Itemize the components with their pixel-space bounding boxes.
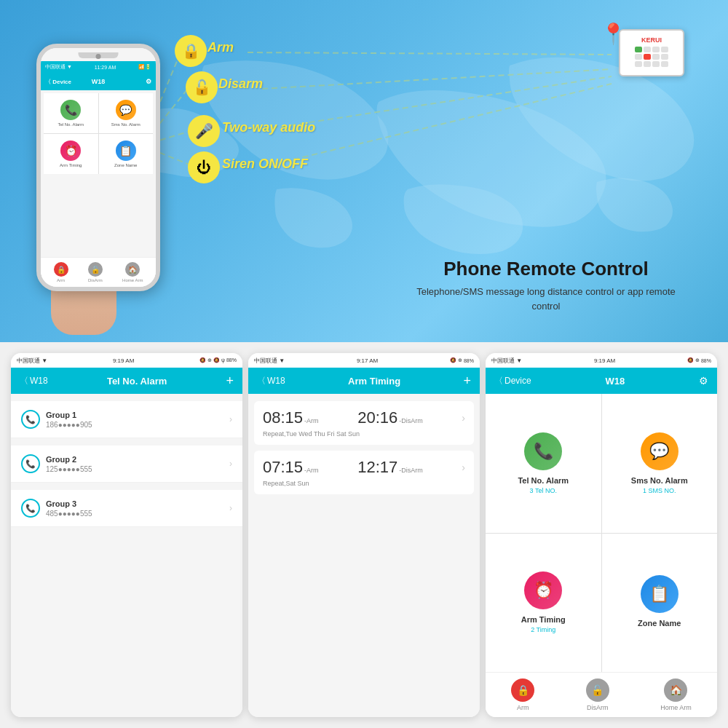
tel-group2-name: Group 2: [46, 455, 229, 464]
tel-info-3: Group 3 485●●●●●555: [46, 499, 229, 518]
grid-tel-icon: 📞: [524, 432, 562, 470]
tel-arrow-1: ›: [229, 414, 232, 424]
panel3-time: 9:19 AM: [594, 357, 615, 364]
panel3-status-right: 🔕⊕88%: [687, 357, 711, 363]
tel-group3-name: Group 3: [46, 499, 229, 508]
panel3-back-label: Device: [505, 376, 531, 386]
grid-sms-sub: 1 SMS NO.: [643, 487, 676, 494]
grid-zone-name[interactable]: 📋 Zone Name: [602, 534, 718, 673]
panel3-gear[interactable]: ⚙: [699, 375, 708, 387]
main-disarm-label: DisArm: [587, 704, 609, 711]
main-homearm-button[interactable]: 🏠 Home Arm: [660, 678, 692, 711]
panel3-carrier: 中国联通 ▼: [491, 357, 522, 365]
grid-sms-title: Sms No. Alarm: [631, 476, 688, 485]
arm-timing-panel: 中国联通 ▼ 9:17 AM 🔕⊕88% 〈 W18 Arm Timing + …: [248, 353, 480, 717]
timing-times-2: 07:15 -Arm 12:17 -DisArm ›: [263, 458, 465, 477]
grid-tel-title: Tel No. Alarm: [518, 476, 569, 485]
main-arm-button[interactable]: 🔒 Arm: [511, 678, 534, 711]
tel-info-2: Group 2 125●●●●●555: [46, 455, 229, 473]
remote-control-subtitle: Telephone/SMS message long distance cont…: [408, 285, 684, 313]
tel-arrow-2: ›: [229, 459, 232, 469]
w18-main-panel: 中国联通 ▼ 9:19 AM 🔕⊕88% 〈 Device W18 ⚙ 📞 Te…: [486, 353, 717, 717]
grid-arm-title: Arm Timing: [521, 615, 566, 624]
tel-icon-2: 📞: [21, 454, 40, 473]
grid-arm-sub: 2 Timing: [531, 626, 555, 633]
main-homearm-label: Home Arm: [660, 704, 692, 711]
tel-group1-name: Group 1: [46, 411, 229, 419]
tel-group-3[interactable]: 📞 Group 3 485●●●●●555 ›: [11, 490, 242, 527]
grid-zone-icon: 📋: [641, 575, 678, 613]
grid-tel-alarm[interactable]: 📞 Tel No. Alarm 3 Tel NO.: [486, 394, 601, 533]
panel3-back-button[interactable]: 〈 Device: [494, 375, 531, 387]
panel3-status-bar: 中国联通 ▼ 9:19 AM 🔕⊕88%: [486, 353, 717, 368]
panel3-nav: 〈 Device W18 ⚙: [486, 368, 717, 394]
twoway-audio-icon: 🎤: [188, 115, 220, 147]
panel2-title: Arm Timing: [285, 376, 464, 387]
tel-group-1[interactable]: 📞 Group 1 186●●●●●905 ›: [11, 401, 242, 438]
tel-group2-number: 125●●●●●555: [46, 465, 229, 473]
siren-label: Siren ON/OFF: [222, 157, 308, 172]
panel1-status-right: 🔕⊕🔕 ψ 88%: [199, 357, 237, 363]
panel1-status-left: 中国联通 ▼: [17, 357, 47, 365]
timing-arrow-2: ›: [462, 462, 465, 473]
panel2-status-left: 中国联通 ▼: [254, 357, 285, 365]
device-brand: KERUI: [641, 36, 662, 44]
timing-times-1: 08:15 -Arm 20:16 -DisArm ›: [263, 408, 465, 427]
panel2-nav: 〈 W18 Arm Timing +: [248, 368, 480, 394]
panel2-status-right: 🔕⊕88%: [450, 357, 474, 363]
disarm-label: Disarm: [218, 76, 263, 92]
panel1-title: Tel No. Alarm: [48, 376, 226, 387]
grid-sms-icon: 💬: [641, 432, 678, 470]
timing-disarm-time-2: 12:17 -DisArm: [357, 458, 423, 477]
panel2-status-bar: 中国联通 ▼ 9:17 AM 🔕⊕88%: [248, 353, 480, 368]
tel-icon-1: 📞: [21, 410, 40, 429]
main-homearm-icon: 🏠: [664, 678, 687, 702]
grid-arm-icon: ⏰: [524, 571, 562, 609]
timing-arm-time-2: 07:15 -Arm: [263, 458, 319, 477]
disarm-feature-icon: 🔓: [186, 71, 218, 103]
location-pin: 📍: [601, 22, 626, 46]
tel-group3-number: 485●●●●●555: [46, 510, 229, 518]
panel1-time: 9:19 AM: [113, 357, 134, 364]
arm-label: Arm: [207, 40, 234, 55]
panel2-content: 08:15 -Arm 20:16 -DisArm › Repeat,Tue We…: [248, 394, 480, 717]
timing-item-2[interactable]: 07:15 -Arm 12:17 -DisArm › Repeat,Sat Su…: [254, 451, 474, 494]
main-disarm-icon: 🔓: [586, 678, 609, 702]
panel1-add-button[interactable]: +: [226, 373, 234, 389]
grid-tel-sub: 3 Tel NO.: [530, 487, 557, 494]
svg-line-4: [248, 52, 612, 55]
top-section: 中国联通 ▼ 11:29 AM 📶🔋 〈 Device W18 ⚙ 📞 Tel …: [0, 0, 728, 342]
main-arm-label: Arm: [517, 704, 529, 711]
panel1-carrier: 中国联通 ▼: [17, 357, 47, 365]
panel2-carrier: 中国联通 ▼: [254, 357, 285, 365]
bottom-section: 中国联通 ▼ 9:19 AM 🔕⊕🔕 ψ 88% 〈 W18 Tel No. A…: [0, 342, 728, 728]
grid-sms-alarm[interactable]: 💬 Sms No. Alarm 1 SMS NO.: [602, 394, 718, 533]
panel3-title: W18: [531, 376, 699, 387]
panel1-back-label: W18: [30, 376, 48, 386]
tel-group1-number: 186●●●●●905: [46, 421, 229, 429]
main-disarm-button[interactable]: 🔓 DisArm: [586, 678, 609, 711]
remote-control-block: Phone Remote Control Telephone/SMS messa…: [408, 258, 684, 313]
panel2-add-button[interactable]: +: [463, 373, 471, 389]
twoway-audio-label: Two-way audio: [222, 120, 315, 135]
panel1-back-button[interactable]: 〈 W18: [20, 375, 48, 387]
grid-arm-timing[interactable]: ⏰ Arm Timing 2 Timing: [486, 534, 601, 673]
panel3-grid: 📞 Tel No. Alarm 3 Tel NO. 💬 Sms No. Alar…: [486, 394, 717, 672]
panel3-bottom-bar: 🔒 Arm 🔓 DisArm 🏠 Home Arm: [486, 672, 717, 717]
timing-repeat-2: Repeat,Sat Sun: [263, 480, 465, 487]
tel-group-2[interactable]: 📞 Group 2 125●●●●●555 ›: [11, 446, 242, 483]
panel1-content: 📞 Group 1 186●●●●●905 › 📞 Group 2 125●●●…: [11, 394, 242, 717]
tel-icon-3: 📞: [21, 499, 40, 518]
panel2-back-button[interactable]: 〈 W18: [257, 375, 285, 387]
tel-arrow-3: ›: [229, 503, 232, 513]
timing-item-1[interactable]: 08:15 -Arm 20:16 -DisArm › Repeat,Tue We…: [254, 401, 474, 445]
panel3-status-left: 中国联通 ▼: [491, 357, 522, 365]
siren-icon: ⏻: [188, 151, 220, 183]
panel1-status-bar: 中国联通 ▼ 9:19 AM 🔕⊕🔕 ψ 88%: [11, 353, 242, 368]
timing-disarm-time-1: 20:16 -DisArm: [357, 408, 423, 427]
device-image: KERUI: [619, 29, 684, 76]
main-arm-icon: 🔒: [511, 678, 534, 702]
timing-arm-time-1: 08:15 -Arm: [263, 408, 319, 427]
timing-arrow-1: ›: [462, 412, 465, 424]
tel-info-1: Group 1 186●●●●●905: [46, 411, 229, 429]
